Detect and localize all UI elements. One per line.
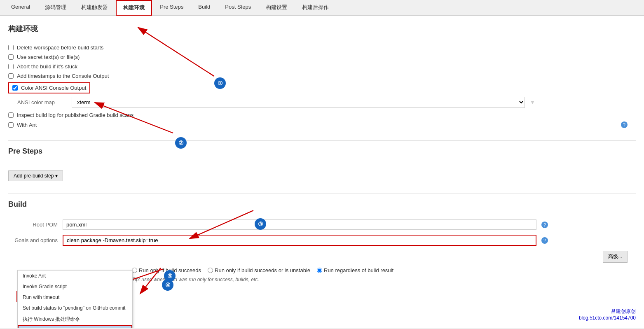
circle-1: ① xyxy=(214,77,226,89)
ansi-color-map-row: ANSI color map xterm vga css ▼ xyxy=(17,97,636,108)
build-section: Build Root POM ? Goals and options ? 高级.… xyxy=(8,194,636,263)
goals-input[interactable] xyxy=(63,235,536,246)
tab-build-env[interactable]: 构建环境 xyxy=(116,0,152,16)
radio-unstable-label[interactable]: Run only if build succeeds or is unstabl… xyxy=(208,267,310,273)
tab-general[interactable]: General xyxy=(4,0,37,15)
root-pom-label: Root POM xyxy=(8,222,58,228)
with-ant-help-icon[interactable]: ? xyxy=(621,121,628,128)
radio-regardless-label[interactable]: Run regardless of build result xyxy=(317,267,393,273)
checkbox-secret-text: Use secret text(s) or file(s) xyxy=(8,54,636,60)
checkbox-timestamps-label: Add timestamps to the Console Output xyxy=(17,73,109,79)
goals-row: Goals and options ? xyxy=(8,235,636,246)
radio-regardless[interactable] xyxy=(317,268,322,273)
tab-post-steps[interactable]: Post Steps xyxy=(218,0,258,15)
add-pre-build-step-label: Add pre-build step ▾ xyxy=(14,173,58,179)
dropdown-item-run-timeout[interactable]: Run with timeout xyxy=(18,292,132,303)
dropdown-item-windows-batch[interactable]: 执行 Windows 批处理命令 xyxy=(18,313,132,325)
pre-steps-section: Pre Steps Add pre-build step ▾ xyxy=(8,140,636,181)
tab-source[interactable]: 源码管理 xyxy=(38,0,73,15)
checkbox-with-ant-label: With Ant xyxy=(17,122,37,128)
dropdown-menu: Invoke Ant Invoke Gradle script Run with… xyxy=(17,270,133,328)
pre-steps-title: Pre Steps xyxy=(8,147,636,160)
post-build-note: Tip: used when build was run only for su… xyxy=(132,277,636,282)
checkbox-gradle-scans-label: Inspect build log for published Gradle b… xyxy=(17,112,133,118)
dropdown-item-execute-shell[interactable]: 执行 shell xyxy=(18,325,132,328)
radio-succeeds-label[interactable]: Run only if build succeeds xyxy=(132,267,201,273)
checkbox-color-ansi-input[interactable] xyxy=(12,85,18,91)
dropdown-item-invoke-ant[interactable]: Invoke Ant xyxy=(18,271,132,281)
ansi-color-map-select[interactable]: xterm vga css xyxy=(72,97,525,108)
checkbox-secret-text-label: Use secret text(s) or file(s) xyxy=(17,54,80,60)
tab-trigger[interactable]: 构建触发器 xyxy=(74,0,115,15)
checkbox-with-ant: With Ant ? xyxy=(8,121,636,128)
checkbox-with-ant-input[interactable] xyxy=(8,122,14,128)
radio-row: Run only if build succeeds Run only if b… xyxy=(132,267,636,273)
checkbox-abort-stuck: Abort the build if it's stuck xyxy=(8,63,636,70)
ansi-color-map-label: ANSI color map xyxy=(17,99,67,105)
checkbox-delete-workspace: Delete workspace before build starts xyxy=(8,44,636,51)
tab-post-build[interactable]: 构建后操作 xyxy=(295,0,336,15)
dropdown-item-set-build-status[interactable]: Set build status to "pending" on GitHub … xyxy=(18,303,132,313)
checkbox-timestamps-input[interactable] xyxy=(8,73,14,79)
nav-tabs: General 源码管理 构建触发器 构建环境 Pre Steps Build … xyxy=(0,0,644,16)
checkbox-delete-workspace-label: Delete workspace before build starts xyxy=(17,44,103,51)
build-env-title: 构建环境 xyxy=(8,24,636,38)
radio-unstable[interactable] xyxy=(208,268,213,273)
root-pom-row: Root POM ? xyxy=(8,219,636,230)
tab-build[interactable]: Build xyxy=(191,0,217,15)
checkbox-gradle-scans-input[interactable] xyxy=(8,112,14,118)
goals-help-icon[interactable]: ? xyxy=(541,237,548,244)
build-title: Build xyxy=(8,200,636,213)
checkbox-color-ansi-container: Color ANSI Console Output xyxy=(8,82,90,93)
dropdown-item-invoke-gradle[interactable]: Invoke Gradle script xyxy=(18,281,132,292)
root-pom-input[interactable] xyxy=(63,219,536,230)
checkbox-delete-workspace-input[interactable] xyxy=(8,45,14,50)
checkbox-gradle-scans: Inspect build log for published Gradle b… xyxy=(8,112,636,118)
tab-pre-steps[interactable]: Pre Steps xyxy=(153,0,190,15)
root-pom-help-icon[interactable]: ? xyxy=(541,222,548,228)
goals-label: Goals and options xyxy=(8,237,58,243)
checkbox-secret-text-input[interactable] xyxy=(8,54,14,60)
checkbox-abort-stuck-label: Abort the build if it's stuck xyxy=(17,63,77,70)
checkbox-color-ansi-label: Color ANSI Console Output xyxy=(21,85,86,91)
post-build-area: Run only if build succeeds Run only if b… xyxy=(132,267,636,282)
advanced-button[interactable]: 高级... xyxy=(603,251,628,263)
checkbox-timestamps: Add timestamps to the Console Output xyxy=(8,73,636,79)
checkbox-abort-stuck-input[interactable] xyxy=(8,64,14,69)
add-pre-build-step-button[interactable]: Add pre-build step ▾ xyxy=(8,170,63,181)
tab-build-settings[interactable]: 构建设置 xyxy=(259,0,294,15)
